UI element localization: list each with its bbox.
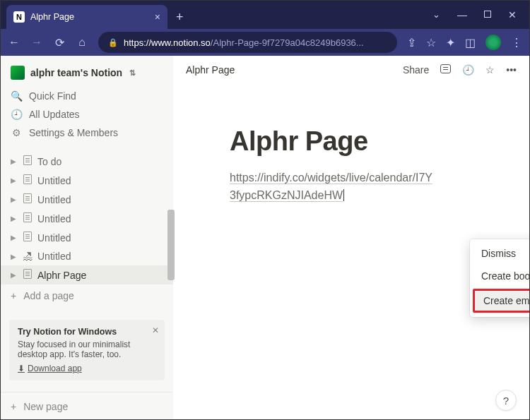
caret-icon[interactable]: ▶	[11, 253, 18, 260]
workspace-name: alphr team's Notion	[30, 67, 122, 78]
pasted-link-block[interactable]: https://indify.co/widgets/live/calendar/…	[230, 169, 456, 205]
chevron-down-icon[interactable]: ⌄	[432, 9, 440, 20]
add-page-label: Add a page	[23, 290, 74, 301]
window-controls: ⌄ — ✕	[432, 9, 529, 29]
promo-body: Stay focused in our minimalist desktop a…	[18, 340, 156, 359]
new-page-button[interactable]: + New page	[1, 392, 173, 420]
share-button[interactable]: Share	[403, 64, 429, 76]
highlight-annotation: Create embed	[473, 289, 530, 313]
all-updates[interactable]: 🕘 All Updates	[1, 105, 173, 124]
clock-icon: 🕘	[11, 109, 22, 120]
settings-label: Settings & Members	[29, 127, 118, 138]
page-list: ▶To do ▶Untitled ▶Untitled ▶Untitled ▶Un…	[1, 152, 173, 284]
puzzle-icon[interactable]: ✦	[446, 36, 455, 49]
caret-icon[interactable]: ▶	[11, 176, 18, 184]
caret-icon[interactable]: ▶	[11, 271, 18, 279]
download-label: Download app	[28, 364, 82, 373]
share-icon[interactable]: ⇪	[407, 36, 416, 49]
promo-card: ✕ Try Notion for Windows Stay focused in…	[9, 320, 165, 380]
menu-dismiss[interactable]: Dismiss	[470, 242, 530, 265]
page-icon	[22, 155, 33, 167]
more-icon[interactable]: •••	[506, 64, 517, 76]
breadcrumb[interactable]: Alphr Page	[186, 64, 403, 76]
search-icon: 🔍	[11, 90, 22, 102]
url-domain: https://www.notion.so	[124, 37, 211, 48]
promo-title: Try Notion for Windows	[18, 327, 156, 337]
page-icon	[22, 174, 33, 186]
page-label: Untitled	[37, 251, 71, 262]
notion-favicon: N	[13, 11, 25, 23]
new-page-label: New page	[23, 401, 68, 412]
browser-titlebar: N Alphr Page × + ⌄ — ✕	[1, 1, 529, 29]
page-label: Untitled	[37, 213, 71, 224]
link-paste-menu: Dismiss Create bookmark Create embed	[470, 239, 530, 317]
close-window-icon[interactable]: ✕	[508, 9, 517, 20]
chevron-expand-icon: ⇅	[129, 68, 136, 78]
lock-icon: 🔒	[108, 38, 118, 47]
page-label: To do	[37, 156, 61, 167]
quick-find-label: Quick Find	[29, 90, 76, 102]
download-icon: ⬇	[18, 364, 25, 373]
page-icon	[22, 212, 33, 224]
menu-create-embed[interactable]: Create embed	[475, 291, 530, 311]
favorite-icon[interactable]: ☆	[485, 64, 495, 76]
settings-members[interactable]: ⚙ Settings & Members	[1, 124, 173, 142]
sidebar-page-untitled[interactable]: ▶Untitled	[1, 209, 173, 228]
sidebar-page-untitled[interactable]: ▶Untitled	[1, 228, 173, 247]
url-path: /Alphr-Page-9f7279a04c8249b6936...	[211, 37, 364, 48]
browser-tab[interactable]: N Alphr Page ×	[6, 5, 167, 29]
caret-icon[interactable]: ▶	[11, 234, 18, 241]
download-app-link[interactable]: ⬇Download app	[18, 364, 82, 373]
profile-avatar[interactable]	[485, 35, 501, 50]
browser-addressbar: ← → ⟳ ⌂ 🔒 https://www.notion.so/Alphr-Pa…	[1, 29, 529, 56]
caret-icon[interactable]: ▶	[11, 215, 18, 222]
workspace-switcher[interactable]: alphr team's Notion ⇅	[1, 56, 173, 87]
menu-create-bookmark[interactable]: Create bookmark	[470, 265, 530, 287]
gear-icon: ⚙	[11, 127, 22, 138]
maximize-icon[interactable]	[484, 9, 491, 20]
kebab-icon[interactable]: ⋮	[511, 36, 522, 49]
page-label: Untitled	[37, 232, 71, 244]
page-icon	[22, 269, 33, 281]
minimize-icon[interactable]: —	[457, 9, 467, 20]
tab-title: Alphr Page	[30, 12, 149, 22]
page-title[interactable]: Alphr Page	[230, 126, 473, 157]
star-icon[interactable]: ☆	[426, 36, 436, 49]
text-cursor	[343, 189, 344, 201]
url-input[interactable]: 🔒 https://www.notion.so/Alphr-Page-9f727…	[98, 32, 397, 53]
sidebar-page-untitled[interactable]: ▶Untitled	[1, 190, 173, 209]
close-promo-icon[interactable]: ✕	[152, 325, 159, 335]
plus-icon: +	[11, 290, 16, 301]
beach-icon: 🏖	[22, 251, 33, 262]
comments-icon[interactable]	[440, 64, 451, 76]
add-page-button[interactable]: + Add a page	[1, 284, 173, 307]
caret-icon[interactable]: ▶	[11, 157, 18, 165]
updates-icon[interactable]: 🕘	[462, 64, 474, 76]
new-tab-button[interactable]: +	[167, 10, 192, 29]
page-icon	[22, 193, 33, 205]
back-icon[interactable]: ←	[8, 36, 20, 49]
close-tab-icon[interactable]: ×	[155, 11, 160, 23]
forward-icon[interactable]: →	[30, 36, 43, 49]
help-button[interactable]: ?	[495, 390, 517, 411]
workspace-icon	[11, 66, 25, 80]
page-label: Untitled	[37, 194, 71, 205]
sidebar-page-todo[interactable]: ▶To do	[1, 152, 173, 171]
main-area: Alphr Page Share 🕘 ☆ ••• Alphr Page http…	[173, 56, 529, 420]
sidebar-page-alphr[interactable]: ▶Alphr Page	[1, 265, 173, 284]
sidebar-page-untitled[interactable]: ▶🏖Untitled	[1, 247, 173, 265]
reload-icon[interactable]: ⟳	[53, 36, 66, 49]
all-updates-label: All Updates	[29, 109, 80, 120]
home-icon[interactable]: ⌂	[76, 36, 88, 49]
page-topbar: Alphr Page Share 🕘 ☆ •••	[173, 56, 529, 84]
link-text-line2: 3fypcRKGzNJIAdeHW	[230, 189, 343, 202]
link-text-line1: https://indify.co/widgets/live/calendar/…	[230, 172, 432, 184]
page-label: Alphr Page	[37, 270, 86, 281]
caret-icon[interactable]: ▶	[11, 196, 18, 203]
plus-icon: +	[11, 401, 16, 412]
sidebar: alphr team's Notion ⇅ 🔍 Quick Find 🕘 All…	[1, 56, 173, 420]
quick-find[interactable]: 🔍 Quick Find	[1, 87, 173, 105]
panel-icon[interactable]: ◫	[465, 36, 476, 49]
page-content[interactable]: Alphr Page https://indify.co/widgets/liv…	[173, 84, 529, 205]
sidebar-page-untitled[interactable]: ▶Untitled	[1, 171, 173, 190]
